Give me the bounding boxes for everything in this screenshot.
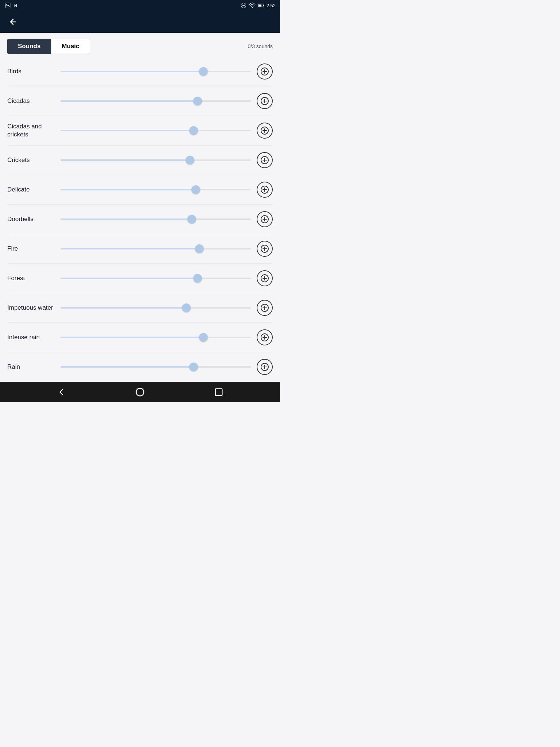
slider-fill: [61, 218, 192, 220]
slider-thumb: [199, 333, 208, 342]
add-icon: [260, 333, 269, 342]
time-display: 2:52: [267, 3, 276, 8]
slider-thumb: [195, 244, 204, 253]
status-bar-left-icons: N: [4, 2, 20, 9]
add-icon: [260, 363, 269, 371]
slider-thumb: [187, 215, 196, 224]
sound-label: Forest: [7, 274, 55, 282]
svg-text:N: N: [14, 4, 17, 8]
sound-label: Cicadas: [7, 97, 55, 105]
slider-fill: [61, 130, 194, 131]
add-icon: [260, 185, 269, 194]
sound-slider-container[interactable]: [61, 126, 251, 135]
sound-slider-container[interactable]: [61, 244, 251, 253]
sounds-counter: 0/3 sounds: [248, 43, 273, 49]
photo-icon: [4, 2, 11, 9]
status-bar: N 2:52: [0, 0, 280, 11]
sound-slider-container[interactable]: [61, 274, 251, 283]
sound-slider-container[interactable]: [61, 97, 251, 105]
add-icon: [260, 126, 269, 135]
sound-slider-container[interactable]: [61, 333, 251, 342]
add-icon: [260, 97, 269, 105]
app-bar: [0, 11, 280, 33]
add-sound-button[interactable]: [257, 300, 273, 316]
slider-thumb: [186, 156, 194, 165]
nav-back-button[interactable]: [53, 384, 69, 400]
slider-thumb: [193, 97, 202, 105]
sound-item: Rain: [7, 352, 273, 382]
slider-fill: [61, 71, 203, 72]
dnd-icon: [240, 2, 247, 9]
sound-list: Birds Cicadas: [0, 57, 280, 382]
slider-fill: [61, 366, 194, 368]
sound-label: Delicate: [7, 186, 55, 194]
add-icon: [260, 274, 269, 283]
svg-rect-7: [263, 5, 264, 6]
add-sound-button[interactable]: [257, 182, 273, 198]
sound-item: Cicadas: [7, 86, 273, 116]
slider-thumb: [199, 67, 208, 76]
sound-label: Rain: [7, 363, 55, 371]
slider-thumb: [191, 185, 200, 194]
sound-item: Birds: [7, 57, 273, 86]
sound-slider-container[interactable]: [61, 156, 251, 165]
nav-home-button[interactable]: [132, 384, 148, 400]
add-sound-button[interactable]: [257, 241, 273, 257]
sound-item: Doorbells: [7, 205, 273, 234]
slider-fill: [61, 159, 190, 161]
slider-fill: [61, 337, 203, 338]
sound-slider-container[interactable]: [61, 215, 251, 224]
slider-fill: [61, 189, 196, 190]
sound-item: Intense rain: [7, 323, 273, 352]
sound-label: Crickets: [7, 156, 55, 164]
sound-label: Fire: [7, 245, 55, 253]
sound-item: Forest: [7, 264, 273, 293]
tab-music[interactable]: Music: [51, 39, 90, 54]
sound-slider-container[interactable]: [61, 185, 251, 194]
slider-thumb: [193, 274, 202, 283]
add-icon: [260, 244, 269, 253]
tab-header: Sounds Music 0/3 sounds: [0, 33, 280, 57]
add-icon: [260, 156, 269, 165]
svg-point-5: [252, 7, 253, 8]
svg-point-42: [136, 388, 144, 396]
add-sound-button[interactable]: [257, 93, 273, 109]
sound-item: Delicate: [7, 175, 273, 205]
add-icon: [260, 303, 269, 312]
add-sound-button[interactable]: [257, 211, 273, 227]
sound-item: Cicadas and crickets: [7, 116, 273, 146]
back-arrow-icon: [9, 18, 18, 26]
status-bar-right-icons: 2:52: [240, 2, 276, 9]
add-icon: [260, 67, 269, 76]
tab-group: Sounds Music: [7, 39, 90, 54]
slider-thumb: [189, 126, 198, 135]
slider-fill: [61, 100, 198, 102]
sound-label: Intense rain: [7, 333, 55, 341]
add-icon: [260, 215, 269, 224]
sound-label: Doorbells: [7, 215, 55, 223]
nav-recents-icon: [214, 387, 224, 397]
slider-fill: [61, 248, 199, 249]
sound-slider-container[interactable]: [61, 67, 251, 76]
add-sound-button[interactable]: [257, 270, 273, 286]
add-sound-button[interactable]: [257, 359, 273, 375]
nav-back-icon: [56, 387, 66, 397]
add-sound-button[interactable]: [257, 123, 273, 139]
nav-home-icon: [135, 387, 145, 397]
slider-thumb: [189, 363, 198, 371]
battery-icon: [258, 2, 264, 9]
back-button[interactable]: [6, 15, 20, 29]
sound-item: Crickets: [7, 146, 273, 175]
add-sound-button[interactable]: [257, 329, 273, 345]
notification-icon: N: [13, 2, 20, 9]
nav-recents-button[interactable]: [211, 384, 227, 400]
add-sound-button[interactable]: [257, 152, 273, 168]
sound-slider-container[interactable]: [61, 363, 251, 371]
main-content: Sounds Music 0/3 sounds Birds Cicadas: [0, 33, 280, 382]
add-sound-button[interactable]: [257, 63, 273, 80]
sound-label: Impetuous water: [7, 304, 55, 312]
tab-sounds[interactable]: Sounds: [7, 39, 51, 54]
sound-slider-container[interactable]: [61, 303, 251, 312]
sound-item: Impetuous water: [7, 293, 273, 323]
svg-rect-8: [258, 4, 261, 6]
